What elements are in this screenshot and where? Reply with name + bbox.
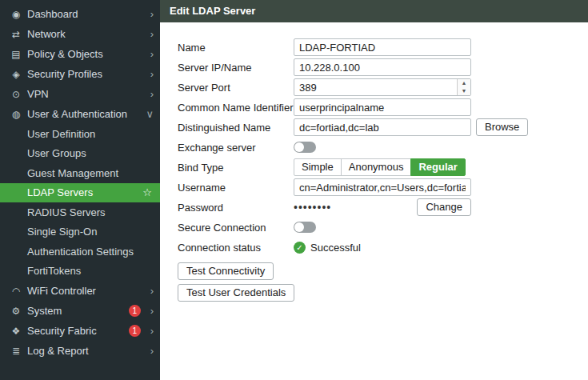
sidebar-item-label: Log & Report [24, 345, 147, 357]
secure-connection-toggle[interactable] [294, 222, 316, 233]
sidebar-item-radius-servers[interactable]: RADIUS Servers [0, 202, 160, 222]
favorite-star-icon[interactable]: ☆ [142, 186, 152, 198]
bind-type-anonymous[interactable]: Anonymous [341, 158, 412, 176]
bind-type-simple[interactable]: Simple [294, 158, 342, 176]
secure-connection-row: Secure Connection [178, 218, 588, 236]
browse-button[interactable]: Browse [476, 118, 528, 136]
app-window: ◉ Dashboard › ⇄ Network › ▤ Policy & Obj… [0, 0, 588, 380]
exchange-server-row: Exchange server [178, 138, 588, 156]
sidebar-item-dashboard[interactable]: ◉ Dashboard › [0, 4, 160, 24]
username-row: Username [178, 178, 588, 196]
network-icon: ⇄ [8, 29, 24, 40]
server-port-label: Server Port [178, 82, 294, 94]
security-profiles-icon: ◈ [8, 69, 24, 80]
port-stepper[interactable]: ▲ ▼ [457, 79, 470, 95]
success-check-icon: ✓ [294, 242, 306, 254]
system-gear-icon: ⚙ [8, 306, 24, 317]
sidebar-item-security-fabric[interactable]: ❖ Security Fabric 1 › [0, 321, 160, 341]
server-port-row: Server Port ▲ ▼ [178, 78, 588, 96]
sidebar-item-vpn[interactable]: ⊙ VPN › [0, 84, 160, 104]
sidebar-item-policy-objects[interactable]: ▤ Policy & Objects › [0, 44, 160, 64]
chevron-right-icon: › [147, 88, 154, 100]
toggle-knob [294, 142, 304, 152]
toggle-knob [294, 222, 304, 232]
sidebar-item-label: Policy & Objects [24, 48, 147, 60]
sidebar-item-network[interactable]: ⇄ Network › [0, 24, 160, 44]
sidebar-item-wifi-controller[interactable]: ◠ WiFi Controller › [0, 281, 160, 301]
policy-objects-icon: ▤ [8, 49, 24, 60]
security-fabric-icon: ❖ [8, 326, 24, 337]
notification-badge: 1 [129, 325, 141, 337]
test-connectivity-button[interactable]: Test Connectivity [178, 262, 274, 280]
distinguished-name-label: Distinguished Name [178, 122, 294, 134]
chevron-right-icon: › [147, 325, 154, 337]
bind-type-segmented-control: Simple Anonymous Regular [294, 158, 466, 176]
edit-ldap-form: Name Server IP/Name Server Port ▲ ▼ [160, 22, 588, 380]
sidebar-item-label: User & Authentication [24, 108, 142, 120]
sidebar-item-label: VPN [24, 88, 147, 100]
server-port-input[interactable] [294, 78, 471, 96]
bind-type-regular[interactable]: Regular [410, 158, 465, 176]
server-ip-input[interactable] [294, 58, 471, 76]
secure-connection-label: Secure Connection [178, 222, 294, 234]
cn-identifier-row: Common Name Identifier [178, 98, 588, 116]
stepper-down-icon[interactable]: ▼ [458, 87, 470, 95]
wifi-icon: ◠ [8, 286, 24, 297]
stepper-up-icon[interactable]: ▲ [458, 79, 470, 87]
sidebar-item-authentication-settings[interactable]: Authentication Settings [0, 242, 160, 262]
sidebar-item-user-definition[interactable]: User Definition [0, 124, 160, 144]
sidebar-item-log-report[interactable]: ≣ Log & Report › [0, 341, 160, 361]
sidebar-item-label: Dashboard [24, 8, 147, 20]
name-row: Name [178, 38, 588, 56]
distinguished-name-row: Distinguished Name Browse [178, 118, 588, 136]
vpn-icon: ⊙ [8, 89, 24, 100]
sidebar-item-ldap-servers[interactable]: LDAP Servers ☆ [0, 183, 160, 203]
name-input[interactable] [294, 38, 471, 56]
sidebar-item-single-sign-on[interactable]: Single Sign-On [0, 222, 160, 242]
sidebar-item-user-groups[interactable]: User Groups [0, 144, 160, 164]
name-label: Name [178, 42, 294, 54]
bind-type-row: Bind Type Simple Anonymous Regular [178, 158, 588, 176]
dashboard-icon: ◉ [8, 9, 24, 20]
connection-status-row: Connection status ✓ Successful [178, 238, 588, 256]
notification-badge: 1 [129, 305, 141, 317]
password-row: Password •••••••• Change [178, 198, 588, 216]
user-auth-icon: ◍ [8, 109, 24, 120]
username-input[interactable] [294, 178, 471, 196]
sidebar-item-label: System [24, 305, 129, 317]
log-report-icon: ≣ [8, 346, 24, 357]
server-ip-label: Server IP/Name [178, 62, 294, 74]
bind-type-label: Bind Type [178, 162, 294, 174]
sidebar: ◉ Dashboard › ⇄ Network › ▤ Policy & Obj… [0, 0, 160, 380]
sidebar-item-label: Network [24, 28, 147, 40]
server-ip-row: Server IP/Name [178, 58, 588, 76]
page-title: Edit LDAP Server [160, 0, 588, 22]
exchange-server-toggle[interactable] [294, 142, 316, 153]
chevron-right-icon: › [147, 68, 154, 80]
chevron-down-icon: ∨ [142, 108, 154, 120]
user-auth-submenu: User Definition User Groups Guest Manage… [0, 124, 160, 281]
sidebar-item-system[interactable]: ⚙ System 1 › [0, 301, 160, 321]
connection-status-label: Connection status [178, 242, 294, 254]
password-masked-value: •••••••• [294, 201, 331, 214]
exchange-server-label: Exchange server [178, 142, 294, 154]
sidebar-item-label: Security Profiles [24, 68, 147, 80]
distinguished-name-input[interactable] [294, 118, 471, 136]
password-label: Password [178, 202, 294, 214]
cn-identifier-input[interactable] [294, 98, 471, 116]
sidebar-item-user-authentication[interactable]: ◍ User & Authentication ∨ [0, 104, 160, 124]
chevron-right-icon: › [147, 48, 154, 60]
connection-status-value: Successful [310, 242, 361, 254]
sidebar-item-fortitokens[interactable]: FortiTokens [0, 262, 160, 282]
sidebar-item-security-profiles[interactable]: ◈ Security Profiles › [0, 64, 160, 84]
sidebar-item-guest-management[interactable]: Guest Management [0, 163, 160, 183]
test-user-credentials-button[interactable]: Test User Credentials [178, 284, 294, 302]
chevron-right-icon: › [147, 28, 154, 40]
change-password-button[interactable]: Change [417, 198, 471, 216]
chevron-right-icon: › [147, 345, 154, 357]
main-panel: Edit LDAP Server Name Server IP/Name Ser… [160, 0, 588, 380]
chevron-right-icon: › [147, 285, 154, 297]
sidebar-item-label: WiFi Controller [24, 285, 147, 297]
cn-identifier-label: Common Name Identifier [178, 102, 294, 114]
sidebar-item-label: Security Fabric [24, 325, 129, 337]
